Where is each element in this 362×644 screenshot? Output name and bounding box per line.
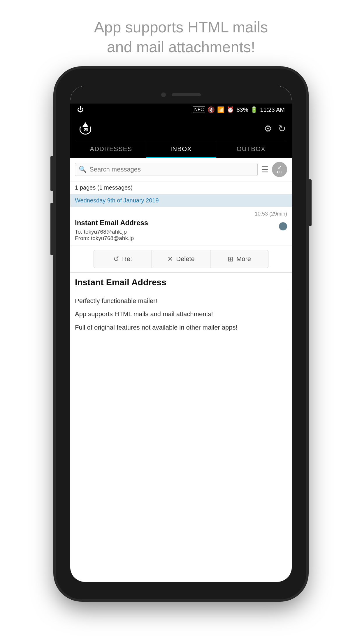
speaker-icon [172,93,201,96]
promo-title: App supports HTML mails and mail attachm… [71,18,291,57]
date-separator: Wednesday 9th of January 2019 [70,194,292,207]
app-logo: ✉ [76,119,95,138]
checkmark-icon: ✓ [277,165,282,170]
clock-time: 11:23 AM [260,106,285,113]
svg-marker-0 [82,122,89,127]
phone-screen: ⏻ NFC 🔇 📶 ⏰ 83% 🔋 11:23 AM ✉ [70,86,292,582]
email-body-title: Instant Email Address [75,277,287,291]
tab-outbox[interactable]: OUTBOX [216,141,286,158]
status-bar: ⏻ NFC 🔇 📶 ⏰ 83% 🔋 11:23 AM [70,104,292,116]
page-count: 1 pages (1 messages) [70,181,292,194]
more-icon: ⊞ [228,255,233,263]
email-body: Instant Email Address Perfectly function… [70,273,292,344]
content-area: 🔍 ☰ ✓ ALL 1 pages (1 messages) Wednesday… [70,158,292,344]
filter-button[interactable]: ☰ [261,165,268,174]
message-to: To: tokyu768@ahk.jp [75,229,287,235]
camera-icon [161,92,166,97]
email-body-text: Perfectly functionable mailer! App suppo… [75,296,287,332]
reply-label: Re: [122,255,132,263]
tab-inbox[interactable]: INBOX [146,141,216,158]
app-header-top: ✉ ⚙ ↻ [76,119,286,138]
message-list-item[interactable]: 10:53 (29min) Instant Email Address To: … [70,207,292,246]
delete-icon: ✕ [167,255,173,263]
app-header: ✉ ⚙ ↻ ADDRESSES INBOX [70,116,292,158]
email-para-1: Perfectly functionable mailer! [75,296,287,306]
header-actions: ⚙ ↻ [264,123,286,134]
delete-button[interactable]: ✕ Delete [152,250,210,268]
email-para-2: App supports HTML mails and mail attachm… [75,309,287,319]
message-from: From: tokyu768@ahk.jp [75,235,287,242]
more-button[interactable]: ⊞ More [210,250,268,268]
action-buttons-row: ↺ Re: ✕ Delete ⊞ More [70,246,292,273]
delete-label: Delete [176,255,195,263]
settings-button[interactable]: ⚙ [264,123,272,134]
nfc-badge: NFC [193,106,205,113]
search-icon: 🔍 [79,166,87,173]
phone-mockup: ⏻ NFC 🔇 📶 ⏰ 83% 🔋 11:23 AM ✉ [56,69,306,599]
power-icon: ⏻ [77,106,84,113]
status-right: NFC 🔇 📶 ⏰ 83% 🔋 11:23 AM [193,106,285,113]
search-input[interactable] [89,166,254,173]
message-time: 10:53 (29min) [75,211,287,217]
mute-icon: 🔇 [208,106,215,113]
app-logo-icon: ✉ [78,121,93,136]
battery-percent: 83% [236,106,248,113]
reply-icon: ↺ [113,255,119,263]
battery-icon: 🔋 [250,106,258,113]
unread-indicator [279,222,287,230]
alarm-icon: ⏰ [227,106,234,113]
phone-notch [70,86,292,104]
message-subject: Instant Email Address [75,219,287,227]
email-para-3: Full of original features not available … [75,322,287,332]
refresh-button[interactable]: ↻ [278,123,286,134]
wifi-icon: 📶 [217,106,224,113]
svg-text:✉: ✉ [83,127,88,133]
search-bar-row: 🔍 ☰ ✓ ALL [70,158,292,181]
status-left: ⏻ [77,106,84,113]
tab-addresses[interactable]: ADDRESSES [76,141,146,158]
reply-button[interactable]: ↺ Re: [94,250,152,268]
all-label: ALL [276,171,282,174]
more-label: More [236,255,251,263]
tab-bar: ADDRESSES INBOX OUTBOX [76,141,286,158]
search-input-wrap[interactable]: 🔍 [75,163,258,176]
select-all-button[interactable]: ✓ ALL [272,162,287,177]
